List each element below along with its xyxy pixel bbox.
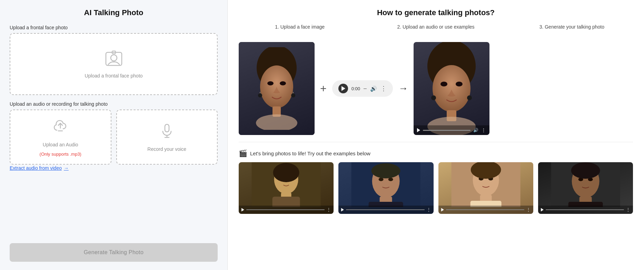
result-more-button[interactable]: ⋮ <box>481 127 486 133</box>
man2-progress <box>546 209 624 210</box>
svg-point-18 <box>433 65 470 112</box>
record-label: Record your voice <box>147 146 186 152</box>
record-voice-zone[interactable]: Record your voice <box>116 110 218 165</box>
man2-more-btn[interactable]: ⋮ <box>626 207 630 212</box>
woman1-progress <box>446 209 524 210</box>
arrow-separator: → <box>398 83 408 94</box>
step-3-label: 3. Generate your talking photo <box>511 24 633 30</box>
svg-point-10 <box>280 81 286 85</box>
result-progress-bar <box>423 130 470 131</box>
right-panel: How to generate talking photos? 1. Uploa… <box>228 0 644 270</box>
dash-separator: – <box>364 85 367 92</box>
woman1-play-btn[interactable] <box>441 208 444 211</box>
record-zone-inner: Record your voice <box>147 110 186 164</box>
step-2-label: 2. Upload an audio or use examples <box>375 24 497 30</box>
cloud-upload-icon <box>52 118 69 136</box>
steps-row: 1. Upload a face image 2. Upload an audi… <box>239 24 633 36</box>
man1-progress <box>346 209 424 210</box>
result-video: 🔊 ⋮ <box>414 42 489 135</box>
svg-point-24 <box>467 95 472 100</box>
generate-talking-photo-button[interactable]: Generate Talking Photo <box>10 243 218 262</box>
result-volume-icon[interactable]: 🔊 <box>473 128 478 133</box>
man2-play-btn[interactable] <box>541 208 544 211</box>
result-video-inner <box>414 42 489 135</box>
film-icon: 🎬 <box>239 149 247 157</box>
face-upload-zone[interactable]: Upload a frontal face photo <box>10 33 218 95</box>
thumb-controls-mona: ⋮ <box>239 206 334 214</box>
svg-point-1 <box>111 55 117 61</box>
audio-player[interactable]: 0:00 – 🔊 ⋮ <box>332 80 393 97</box>
man1-play-btn[interactable] <box>341 208 344 211</box>
audio-upload-section: Upload an audio or recording for talking… <box>10 101 218 171</box>
audio-play-button[interactable] <box>338 84 348 93</box>
thumb-controls-man1: ⋮ <box>338 206 433 214</box>
mona-play-btn[interactable] <box>241 208 244 211</box>
face-upload-label: Upload a frontal face photo <box>85 73 142 79</box>
man1-more-btn[interactable]: ⋮ <box>427 207 431 212</box>
mic-icon <box>159 122 175 140</box>
demo-face-photo <box>239 42 315 135</box>
svg-point-19 <box>440 82 447 86</box>
svg-rect-0 <box>106 52 122 65</box>
face-section-label: Upload a frontal face photo <box>10 25 218 30</box>
thumb-controls-woman1: ⋮ <box>438 206 533 214</box>
step-1-label: 1. Upload a face image <box>239 24 361 30</box>
audio-mp3-note: (Only supports .mp3) <box>40 152 81 157</box>
extract-audio-link[interactable]: Extract audio from video → <box>10 165 69 171</box>
examples-header-text: Let's bring photos to life! Try out the … <box>250 150 370 156</box>
audio-more-button[interactable]: ⋮ <box>380 85 387 92</box>
page-title: AI Talking Photo <box>10 8 218 17</box>
mona-progress <box>246 209 325 210</box>
volume-icon[interactable]: 🔊 <box>370 85 377 92</box>
thumb-controls-man2: ⋮ <box>538 206 633 214</box>
face-upload-icon <box>105 50 123 70</box>
left-panel: AI Talking Photo Upload a frontal face p… <box>0 0 228 270</box>
example-thumb-man1[interactable]: ⋮ <box>338 162 433 214</box>
svg-rect-4 <box>165 124 169 132</box>
audio-upload-label: Upload an Audio <box>43 142 78 147</box>
example-thumb-man2[interactable]: ⋮ <box>538 162 633 214</box>
result-play-button[interactable] <box>417 128 420 132</box>
examples-section: 🎬 Let's bring photos to life! Try out th… <box>239 149 633 214</box>
face-upload-section: Upload a frontal face photo Upload a fro… <box>10 25 218 95</box>
svg-point-23 <box>431 95 436 100</box>
audio-section-label: Upload an audio or recording for talking… <box>10 101 218 107</box>
extract-arrow: → <box>64 165 69 171</box>
plus-separator: + <box>320 82 327 95</box>
play-icon <box>341 86 345 91</box>
svg-point-34 <box>379 178 384 181</box>
examples-grid: ⋮ <box>239 162 633 214</box>
svg-point-9 <box>267 81 274 85</box>
audio-upload-zone[interactable]: Upload an Audio (Only supports .mp3) <box>10 110 111 165</box>
mona-more-btn[interactable]: ⋮ <box>327 207 331 212</box>
svg-point-50 <box>571 162 600 179</box>
svg-point-36 <box>371 163 400 178</box>
audio-time: 0:00 <box>351 86 360 91</box>
svg-point-35 <box>388 178 393 181</box>
svg-point-20 <box>456 82 463 86</box>
example-thumb-mona[interactable]: ⋮ <box>239 162 334 214</box>
result-video-controls: 🔊 ⋮ <box>414 125 489 135</box>
svg-point-13 <box>258 93 262 97</box>
svg-point-12 <box>256 114 297 130</box>
extract-link-text: Extract audio from video <box>10 165 62 171</box>
demo-photo-placeholder <box>239 42 315 135</box>
audio-row: Upload an Audio (Only supports .mp3) <box>10 110 218 165</box>
demo-row: + 0:00 – 🔊 ⋮ → <box>239 42 633 142</box>
example-thumb-woman1[interactable]: ⋮ <box>438 162 533 214</box>
right-title: How to generate talking photos? <box>239 8 633 17</box>
audio-zone-inner: Upload an Audio (Only supports .mp3) <box>40 110 81 164</box>
svg-point-14 <box>291 93 295 97</box>
woman1-more-btn[interactable]: ⋮ <box>526 207 531 212</box>
examples-header: 🎬 Let's bring photos to life! Try out th… <box>239 149 633 157</box>
svg-point-29 <box>273 163 299 182</box>
